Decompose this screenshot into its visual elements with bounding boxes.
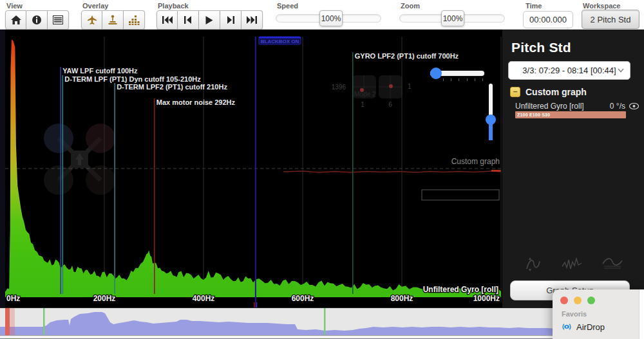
sticks-ch-left: 1 bbox=[361, 101, 365, 108]
prev-frame-button[interactable] bbox=[178, 10, 199, 30]
log-list-button[interactable] bbox=[48, 10, 69, 30]
visibility-eye-icon[interactable] bbox=[629, 103, 639, 109]
throttle-area bbox=[0, 312, 644, 335]
blackbox-on-text: BLACKBOX ON bbox=[261, 39, 299, 44]
filter-line-label: Max motor noise 292Hz bbox=[156, 98, 236, 106]
right-stick-dot bbox=[389, 84, 393, 88]
finder-favorites-label: Favoris bbox=[562, 310, 587, 318]
time-group: Time bbox=[524, 0, 542, 10]
sticks-overlay-button[interactable] bbox=[102, 10, 124, 30]
view-group: View bbox=[5, 0, 69, 30]
canvas-labels: Custom graphUnfiltered Gyro [roll] bbox=[423, 157, 500, 294]
close-window-button[interactable] bbox=[560, 297, 568, 304]
window-controls bbox=[560, 297, 595, 304]
seek-timeline[interactable] bbox=[0, 307, 644, 335]
analyser-height-slider-knob[interactable] bbox=[486, 115, 496, 125]
sticks-ch-right: 6 bbox=[388, 101, 392, 108]
filter-line-label: GYRO LPF2 (PT1) cutoff 700Hz bbox=[355, 52, 459, 60]
info-button[interactable] bbox=[26, 10, 48, 30]
airdrop-icon bbox=[562, 322, 572, 332]
jump-start-icon bbox=[162, 16, 173, 24]
time-field[interactable]: 00:00.000 bbox=[523, 11, 573, 28]
expand-graph-icon[interactable] bbox=[523, 256, 542, 273]
event-tick-blue bbox=[256, 302, 258, 307]
curve-settings-badge[interactable]: Z100 E100 S30 bbox=[515, 111, 626, 118]
craft-overlay-button[interactable] bbox=[81, 10, 102, 30]
timeline-svg bbox=[0, 308, 644, 335]
info-icon bbox=[32, 15, 42, 25]
finder-content-area bbox=[639, 289, 644, 339]
workspace-group: Workspace bbox=[582, 0, 621, 10]
spectrum-svg: 1396 1 Mode 2 1 6 YAW LPF cutoff 100HzD-… bbox=[0, 30, 502, 307]
speed-label: Speed bbox=[277, 2, 298, 10]
jump-end-button[interactable] bbox=[242, 10, 263, 30]
bottom-strip bbox=[0, 335, 644, 339]
smoothed-trace-icon[interactable] bbox=[601, 256, 623, 270]
remove-graph-button[interactable]: – bbox=[510, 87, 520, 97]
event-tick-red bbox=[254, 302, 256, 307]
play-button[interactable] bbox=[199, 10, 220, 30]
gyro-trace bbox=[283, 171, 501, 172]
speed-value: 100% bbox=[321, 14, 341, 23]
analyser-height-slider[interactable] bbox=[489, 84, 493, 135]
blackbox-explorer-app: View Overlay bbox=[0, 0, 644, 339]
speed-slider-handle[interactable]: 100% bbox=[319, 10, 343, 26]
play-icon bbox=[205, 16, 213, 24]
field-value: 0 °/s bbox=[610, 102, 625, 111]
filter-line-label: D-TERM LPF2 (PT1) cutoff 210Hz bbox=[117, 83, 227, 91]
filter-line-label: YAW LPF cutoff 100Hz bbox=[62, 67, 138, 75]
analyser-overlay-button[interactable] bbox=[124, 10, 145, 30]
analyser-icon bbox=[129, 15, 140, 25]
next-frame-icon bbox=[227, 16, 234, 24]
zoom-value: 100% bbox=[443, 14, 463, 23]
analyser-width-slider-ticks bbox=[443, 78, 483, 81]
workspace-button[interactable]: 2 Pitch Std bbox=[582, 10, 639, 29]
speed-group: Speed bbox=[276, 0, 298, 10]
x-axis-tick-label: 1000Hz bbox=[473, 294, 500, 303]
sticks-right-value: 1 bbox=[408, 83, 412, 90]
log-marker bbox=[43, 308, 45, 335]
maximize-window-button[interactable] bbox=[587, 297, 595, 304]
log-title: Pitch Std bbox=[511, 40, 644, 55]
workspace-value: 2 Pitch Std bbox=[591, 15, 631, 24]
airdrop-label: AirDrop bbox=[576, 322, 605, 332]
log-range-select[interactable]: 3/3: 07:29 - 08:14 [00:44] bbox=[508, 61, 630, 80]
log-marker bbox=[324, 308, 326, 335]
x-axis-tick-label: 400Hz bbox=[193, 294, 215, 303]
zoom-window-outline bbox=[422, 190, 499, 200]
x-axis-tick-label: 800Hz bbox=[391, 294, 413, 303]
field-name: Unfiltered Gyro [roll] bbox=[515, 102, 610, 111]
sidebar: Pitch Std 3/3: 07:29 - 08:14 [00:44] – C… bbox=[502, 30, 644, 307]
finder-item-airdrop[interactable]: AirDrop bbox=[562, 322, 605, 332]
series-label: Unfiltered Gyro [roll] bbox=[423, 285, 498, 294]
analyser-canvas[interactable]: 1396 1 Mode 2 1 6 YAW LPF cutoff 100HzD-… bbox=[0, 30, 502, 307]
custom-graph-watermark: Custom graph bbox=[451, 157, 500, 166]
raw-trace-icon[interactable] bbox=[561, 256, 583, 271]
playback-group: Playback bbox=[156, 0, 263, 30]
finder-window[interactable]: Favoris AirDrop bbox=[553, 289, 644, 339]
overlay-group: Overlay bbox=[81, 0, 145, 30]
minimize-window-button[interactable] bbox=[574, 297, 582, 304]
playback-position-fade bbox=[10, 308, 15, 335]
analyser-width-slider-knob[interactable] bbox=[430, 68, 442, 79]
home-button[interactable] bbox=[5, 10, 26, 30]
log-range-value: 3/3: 07:29 - 08:14 [00:44] bbox=[522, 66, 616, 75]
prev-frame-icon bbox=[184, 16, 192, 24]
playback-position-bar[interactable] bbox=[5, 308, 10, 335]
graph-field-row: Unfiltered Gyro [roll] 0 °/s bbox=[515, 102, 639, 111]
zoom-slider-handle[interactable]: 100% bbox=[441, 10, 464, 26]
zoom-label: Zoom bbox=[401, 2, 420, 10]
time-label: Time bbox=[526, 2, 542, 10]
home-icon bbox=[10, 15, 22, 25]
next-frame-button[interactable] bbox=[220, 10, 242, 30]
sticks-left-value: 1396 bbox=[332, 84, 346, 91]
chevron-down-icon bbox=[618, 68, 624, 73]
jump-end-icon bbox=[247, 16, 257, 24]
graph-config-icons bbox=[502, 256, 644, 273]
analyser-width-slider[interactable] bbox=[430, 71, 484, 76]
jump-start-button[interactable] bbox=[156, 10, 178, 30]
overlay-label: Overlay bbox=[82, 2, 145, 10]
craft-icon bbox=[87, 15, 97, 25]
cursor-marker bbox=[254, 37, 258, 307]
filter-line-label: D-TERM LPF (PT1) Dyn cutoff 105-210Hz bbox=[64, 75, 201, 83]
